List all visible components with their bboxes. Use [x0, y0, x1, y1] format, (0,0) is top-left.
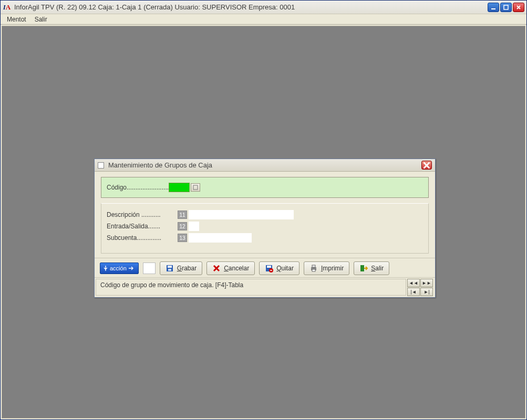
subcuenta-input[interactable] [189, 233, 252, 243]
cancelar-button[interactable]: Cancelar [206, 261, 255, 275]
code-label: Código........................ [107, 184, 169, 191]
dialog-title: Mantenimiento de Grupos de Caja [108, 161, 421, 169]
subcuenta-row: Subcuenta.............. 13 [107, 232, 423, 244]
svg-rect-4 [168, 266, 172, 268]
descripcion-label: Descripción ........... [107, 211, 178, 218]
main-title: InforAgil TPV (R. 22) 09.12 Caja: 1-Caja… [14, 3, 488, 11]
dialog-close-button[interactable] [421, 161, 432, 170]
subcuenta-seq: 13 [178, 234, 187, 242]
quitar-button[interactable]: Quitar [259, 261, 299, 275]
dialog-titlebar: Mantenimiento de Grupos de Caja [95, 159, 435, 172]
descripcion-row: Descripción ........... 11 [107, 209, 423, 220]
dialog-system-icon [98, 162, 104, 169]
descripcion-input[interactable] [189, 210, 294, 219]
menu-mentot[interactable]: Mentot [3, 15, 30, 24]
window-controls [488, 3, 524, 12]
fields-panel: Descripción ........... 11 Entrada/Salid… [101, 203, 429, 254]
code-lookup-button[interactable] [191, 183, 200, 192]
menubar: Mentot Salir [1, 14, 526, 25]
entrada-salida-seq: 12 [178, 222, 187, 230]
accion-chip[interactable]: acción [100, 262, 139, 274]
subcuenta-label: Subcuenta.............. [107, 234, 178, 242]
app-icon: IA [3, 3, 11, 12]
svg-rect-2 [193, 185, 198, 190]
dialog-statusbar: Código de grupo de movimiento de caja. [… [95, 277, 435, 297]
menu-salir[interactable]: Salir [30, 15, 51, 24]
status-text: Código de grupo de movimiento de caja. [… [96, 279, 406, 296]
salir-button[interactable]: Salir [354, 261, 389, 275]
entrada-salida-input[interactable] [189, 222, 199, 231]
svg-rect-11 [312, 269, 315, 271]
mdi-area: Mantenimiento de Grupos de Caja Código..… [2, 26, 525, 418]
svg-rect-5 [168, 269, 171, 271]
accion-value-box[interactable] [143, 262, 156, 274]
minimize-button[interactable] [488, 3, 499, 12]
maximize-button[interactable] [500, 3, 512, 12]
nav-last[interactable]: ►| [420, 288, 433, 296]
close-button[interactable] [513, 3, 524, 12]
code-input[interactable] [169, 183, 190, 192]
main-window: IA InforAgil TPV (R. 22) 09.12 Caja: 1-C… [0, 0, 527, 420]
code-panel: Código........................ [101, 177, 429, 198]
record-nav: ◄◄ ►► |◄ ►| [407, 279, 433, 296]
dialog-body: Código........................ Descripci… [95, 172, 435, 258]
grabar-button[interactable]: GGrabarrabar [160, 261, 202, 275]
svg-rect-7 [267, 266, 271, 268]
main-titlebar: IA InforAgil TPV (R. 22) 09.12 Caja: 1-C… [1, 1, 526, 14]
nav-prev-page[interactable]: ◄◄ [407, 279, 420, 287]
entrada-salida-row: Entrada/Salida....... 12 [107, 220, 423, 232]
descripcion-seq: 11 [178, 211, 187, 219]
svg-rect-1 [504, 5, 508, 9]
imprimir-button[interactable]: Imprimir [304, 261, 349, 275]
dialog-toolbar: acción GGrabarrabar Cancelar Quitar [95, 258, 435, 277]
nav-next-page[interactable]: ►► [420, 279, 433, 287]
entrada-salida-label: Entrada/Salida....... [107, 223, 178, 230]
accion-label: acción [110, 265, 127, 271]
svg-rect-10 [312, 265, 315, 267]
dialog-mantenimiento-grupos-caja: Mantenimiento de Grupos de Caja Código..… [94, 159, 436, 298]
svg-rect-12 [360, 265, 364, 271]
nav-first[interactable]: |◄ [407, 288, 420, 296]
svg-rect-0 [491, 8, 495, 9]
